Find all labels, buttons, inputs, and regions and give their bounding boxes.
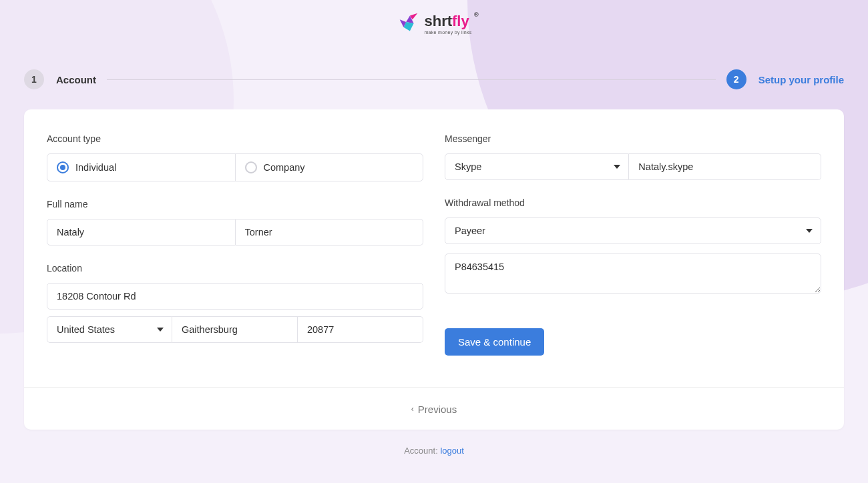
withdrawal-label: Withdrawal method xyxy=(445,197,821,208)
header: shrtfly® make money by links xyxy=(0,0,868,36)
wizard-divider xyxy=(107,79,716,80)
messenger-value-input[interactable] xyxy=(629,153,821,180)
logo-text: shrtfly® make money by links xyxy=(424,13,471,35)
hummingbird-icon xyxy=(396,11,421,36)
zip-input[interactable] xyxy=(298,316,423,343)
wizard-step-profile[interactable]: 2 Setup your profile xyxy=(726,69,844,89)
wizard-steps: 1 Account 2 Setup your profile xyxy=(0,36,868,109)
city-input[interactable] xyxy=(172,316,298,343)
location-label: Location xyxy=(47,263,423,274)
chevron-left-icon: ‹ xyxy=(411,404,414,414)
page-footer: Account: logout xyxy=(0,446,868,456)
step-1-label: Account xyxy=(56,74,96,85)
radio-individual-label: Individual xyxy=(75,162,116,173)
previous-link[interactable]: ‹ Previous xyxy=(411,404,457,415)
radio-company-label: Company xyxy=(264,162,305,173)
logout-link[interactable]: logout xyxy=(440,446,463,456)
step-2-label: Setup your profile xyxy=(758,74,844,85)
step-2-number: 2 xyxy=(726,69,746,89)
country-select[interactable]: United States xyxy=(47,316,172,343)
first-name-input[interactable] xyxy=(47,219,236,246)
save-continue-button[interactable]: Save & continue xyxy=(445,328,544,356)
withdrawal-details-textarea[interactable]: P84635415 xyxy=(445,254,821,294)
last-name-input[interactable] xyxy=(236,219,424,246)
footer-prefix: Account: xyxy=(404,446,440,456)
account-type-label: Account type xyxy=(47,133,423,144)
messenger-label: Messenger xyxy=(445,133,821,144)
logo-accent: fly xyxy=(452,13,469,29)
profile-form-card: Account type Individual Company Full na xyxy=(24,109,844,430)
wizard-step-account[interactable]: 1 Account xyxy=(24,69,96,89)
address-input[interactable] xyxy=(47,283,423,310)
radio-company[interactable]: Company xyxy=(235,154,423,181)
logo: shrtfly® make money by links xyxy=(396,11,471,36)
messenger-type-select[interactable]: Skype xyxy=(445,153,629,180)
radio-icon xyxy=(245,161,257,173)
logo-tagline: make money by links xyxy=(424,30,471,35)
previous-label: Previous xyxy=(418,404,457,415)
full-name-label: Full name xyxy=(47,199,423,209)
step-1-number: 1 xyxy=(24,69,44,89)
radio-individual[interactable]: Individual xyxy=(47,154,235,181)
withdrawal-method-select[interactable]: Payeer xyxy=(445,217,821,244)
logo-main: shrt xyxy=(424,13,452,29)
radio-icon xyxy=(57,161,69,173)
account-type-radio-group: Individual Company xyxy=(47,153,423,181)
